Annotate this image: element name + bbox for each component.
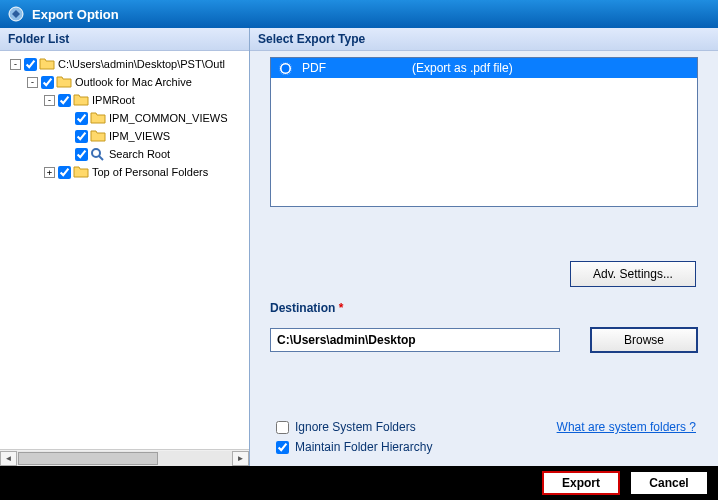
folder-icon	[56, 75, 72, 89]
tree-label: Top of Personal Folders	[92, 166, 208, 178]
tree-node[interactable]: -IPMRoot	[0, 91, 249, 109]
export-type-item[interactable]: PDF(Export as .pdf file)	[271, 58, 697, 78]
tree-label: IPMRoot	[92, 94, 135, 106]
app-icon	[8, 6, 24, 22]
tree-label: IPM_VIEWS	[109, 130, 170, 142]
export-type-header: Select Export Type	[250, 28, 718, 51]
scroll-track[interactable]	[17, 451, 232, 466]
bottom-action-bar: Export Cancel	[0, 466, 718, 500]
tree-toggle[interactable]: +	[44, 167, 55, 178]
tree-toggle[interactable]: -	[27, 77, 38, 88]
folder-icon	[39, 57, 55, 71]
folder-list-header: Folder List	[0, 28, 249, 51]
svg-line-2	[99, 156, 103, 160]
tree-node[interactable]: Search Root	[0, 145, 249, 163]
tree-toggle[interactable]: -	[44, 95, 55, 106]
tree-node[interactable]: -C:\Users\admin\Desktop\PST\Outl	[0, 55, 249, 73]
tree-node[interactable]: +Top of Personal Folders	[0, 163, 249, 181]
tree-node[interactable]: IPM_VIEWS	[0, 127, 249, 145]
tree-toggle[interactable]: -	[10, 59, 21, 70]
tree-checkbox[interactable]	[58, 94, 71, 107]
export-button[interactable]: Export	[542, 471, 620, 495]
horizontal-scrollbar[interactable]: ◄ ►	[0, 449, 249, 466]
export-type-name: PDF	[302, 61, 412, 75]
maintain-hierarchy-checkbox[interactable]	[276, 441, 289, 454]
tree-checkbox[interactable]	[75, 130, 88, 143]
tree-label: C:\Users\admin\Desktop\PST\Outl	[58, 58, 225, 70]
scroll-thumb[interactable]	[18, 452, 158, 465]
browse-button[interactable]: Browse	[590, 327, 698, 353]
titlebar: Export Option	[0, 0, 718, 28]
search-icon	[90, 147, 106, 161]
scroll-left-button[interactable]: ◄	[0, 451, 17, 466]
tree-node[interactable]: -Outlook for Mac Archive	[0, 73, 249, 91]
tree-label: Search Root	[109, 148, 170, 160]
cancel-button[interactable]: Cancel	[630, 471, 708, 495]
destination-label: Destination *	[270, 301, 698, 315]
system-folders-link[interactable]: What are system folders ?	[557, 420, 696, 434]
tree-checkbox[interactable]	[75, 148, 88, 161]
required-asterisk: *	[339, 301, 344, 315]
folder-icon	[73, 165, 89, 179]
export-type-list[interactable]: PDF(Export as .pdf file)	[270, 57, 698, 207]
window-title: Export Option	[32, 7, 119, 22]
tree-node[interactable]: IPM_COMMON_VIEWS	[0, 109, 249, 127]
destination-input[interactable]	[270, 328, 560, 352]
tree-checkbox[interactable]	[24, 58, 37, 71]
svg-point-1	[92, 149, 100, 157]
export-type-radio[interactable]	[279, 62, 292, 75]
tree-label: IPM_COMMON_VIEWS	[109, 112, 228, 124]
scroll-right-button[interactable]: ►	[232, 451, 249, 466]
tree-checkbox[interactable]	[41, 76, 54, 89]
left-panel: Folder List -C:\Users\admin\Desktop\PST\…	[0, 28, 250, 466]
right-panel: Select Export Type PDF(Export as .pdf fi…	[250, 28, 718, 466]
tree-label: Outlook for Mac Archive	[75, 76, 192, 88]
folder-icon	[73, 93, 89, 107]
export-type-desc: (Export as .pdf file)	[412, 61, 513, 75]
folder-icon	[90, 129, 106, 143]
ignore-system-checkbox[interactable]	[276, 421, 289, 434]
adv-settings-button[interactable]: Adv. Settings...	[570, 261, 696, 287]
tree-checkbox[interactable]	[58, 166, 71, 179]
maintain-hierarchy-label: Maintain Folder Hierarchy	[295, 440, 432, 454]
folder-tree[interactable]: -C:\Users\admin\Desktop\PST\Outl-Outlook…	[0, 51, 249, 449]
folder-icon	[90, 111, 106, 125]
ignore-system-label: Ignore System Folders	[295, 420, 416, 434]
tree-checkbox[interactable]	[75, 112, 88, 125]
